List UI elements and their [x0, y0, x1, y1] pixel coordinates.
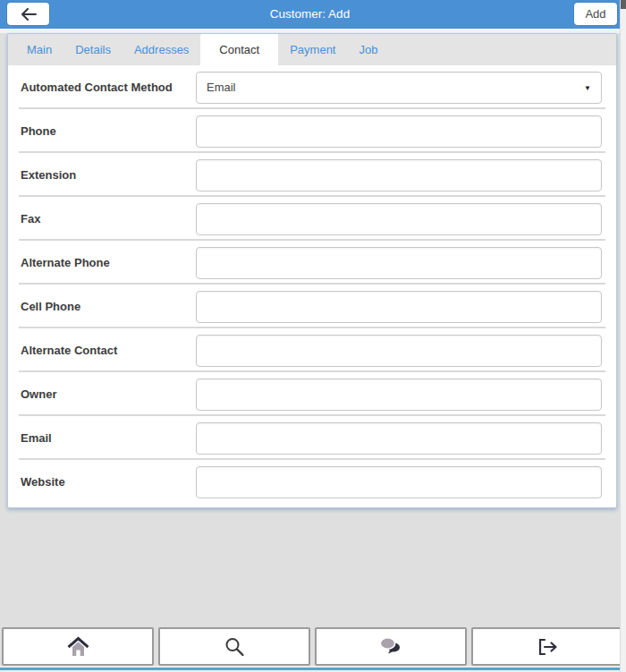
field-label: Cell Phone	[21, 300, 196, 313]
form-row-phone: Phone	[8, 109, 616, 153]
field-label: Owner	[21, 387, 196, 401]
field-label: Alternate Contact	[21, 344, 196, 357]
home-icon	[66, 636, 90, 658]
logout-button[interactable]	[471, 627, 623, 666]
field-label: Extension	[21, 168, 196, 182]
caret-down-icon: ▼	[584, 83, 591, 91]
tab-payment[interactable]: Payment	[278, 34, 347, 65]
form-row-owner: Owner	[8, 372, 616, 416]
field-label: Phone	[21, 124, 196, 138]
form-row-alternate-contact: Alternate Contact	[8, 328, 616, 372]
email-input[interactable]	[196, 422, 602, 455]
field-control	[196, 335, 602, 367]
form-row-extension: Extension	[8, 153, 616, 197]
cell-phone-input[interactable]	[196, 291, 602, 323]
form-row-email: Email	[8, 416, 616, 460]
bottom-toolbar	[2, 627, 623, 666]
add-button[interactable]: Add	[574, 3, 617, 25]
chat-button[interactable]	[315, 627, 467, 666]
form-row-website: Website	[8, 460, 616, 504]
tab-bar: MainDetailsAddressesContactPaymentJob	[8, 34, 616, 65]
field-label: Website	[21, 475, 196, 489]
field-control	[196, 159, 602, 191]
field-control	[196, 203, 602, 235]
form-row-cell-phone: Cell Phone	[8, 285, 616, 328]
search-icon	[224, 636, 245, 658]
fax-input[interactable]	[196, 203, 602, 235]
field-control	[196, 379, 602, 411]
home-button[interactable]	[2, 627, 154, 666]
field-control	[196, 247, 602, 279]
logout-icon	[537, 637, 558, 657]
tab-addresses[interactable]: Addresses	[123, 34, 200, 65]
scrollbar[interactable]	[620, 0, 626, 672]
form-row-fax: Fax	[8, 197, 616, 241]
phone-input[interactable]	[196, 115, 602, 148]
search-button[interactable]	[158, 627, 310, 666]
customer-form-card: MainDetailsAddressesContactPaymentJob Au…	[7, 33, 617, 508]
tab-job[interactable]: Job	[347, 34, 389, 65]
tab-details[interactable]: Details	[63, 34, 123, 65]
automated-contact-method-select[interactable]: Email▼	[196, 72, 602, 104]
form-row-automated-contact-method: Automated Contact MethodEmail▼	[8, 65, 616, 109]
field-label: Fax	[21, 212, 196, 225]
field-control	[196, 422, 602, 455]
field-control	[196, 466, 602, 498]
bottom-accent-line	[0, 668, 626, 670]
owner-input[interactable]	[196, 379, 602, 411]
field-label: Email	[21, 431, 196, 445]
field-label: Alternate Phone	[21, 256, 196, 269]
alternate-contact-input[interactable]	[196, 335, 602, 367]
form-row-alternate-phone: Alternate Phone	[8, 241, 616, 285]
chat-icon	[378, 635, 403, 658]
field-control	[196, 115, 602, 148]
back-arrow-icon	[21, 8, 37, 21]
top-bar: Customer: Add Add	[0, 0, 620, 29]
alternate-phone-input[interactable]	[196, 247, 602, 279]
form-rows: Automated Contact MethodEmail▼PhoneExten…	[8, 65, 616, 504]
website-input[interactable]	[196, 466, 602, 498]
select-value: Email	[197, 81, 236, 94]
extension-input[interactable]	[196, 159, 602, 191]
back-button[interactable]	[7, 3, 49, 25]
scrollbar-thumb[interactable]	[621, 0, 626, 9]
field-control: Email▼	[196, 72, 602, 104]
tab-contact[interactable]: Contact	[200, 34, 278, 65]
field-label: Automated Contact Method	[21, 81, 196, 94]
tab-main[interactable]: Main	[15, 34, 63, 65]
page-title: Customer: Add	[0, 0, 620, 29]
field-control	[196, 291, 602, 323]
